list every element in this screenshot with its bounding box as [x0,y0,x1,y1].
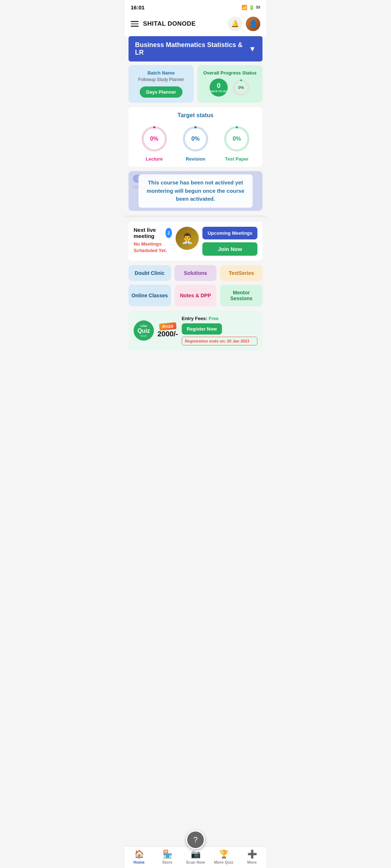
user-name: SHITAL DONODE [143,20,196,27]
quiz-banner: Live Quiz test3 Prize 2000/- Entry Fees:… [129,311,262,350]
days-go-number: 0 [217,82,220,90]
quiz-info: Entry Fees: Free Register Now Registrati… [182,316,257,345]
progress-donut: 0% [232,78,250,97]
batch-label: Batch Name [147,70,175,76]
meeting-title-row: Next live meeting Z [134,227,172,239]
avatar[interactable]: 👤 [246,17,260,31]
inactive-message: This course has been not actived yet mon… [139,174,253,208]
subject-banner[interactable]: Business Mathematics Statistics & LR ▼ [129,36,262,61]
batch-card: Batch Name Followup Study Planner Days P… [129,65,194,103]
prize-badge: Prize [159,322,177,331]
progress-card: Overall Progress Status 0 DAYS TO GO 0% [197,65,262,103]
meeting-top: Next live meeting Z No Meetings Schedule… [134,227,257,256]
progress-inner: 0 DAYS TO GO 0% [210,78,250,97]
solutions-button[interactable]: Solutions [175,265,217,281]
target-title: Target status [134,112,257,119]
days-planner-button[interactable]: Days Planner [140,86,182,98]
status-bar: 16:01 📶 🔋 99 [125,0,266,13]
chevron-down-icon: ▼ [249,45,256,53]
feature-grid: Doubt Clinic Solutions TestSeries Online… [129,265,262,306]
meeting-buttons: Upcoming Meetings Join Now [202,227,257,256]
status-time: 16:01 [131,4,144,10]
days-go-text: DAYS TO GO [210,90,227,93]
registration-ends: Registration ends on: 20 Jan 2023 [182,337,257,345]
mentor-avatar: 👨‍💼 [176,227,199,250]
quiz-label: Quiz [138,328,150,334]
testseries-button[interactable]: TestSeries [220,265,262,281]
quiz-circle: Live Quiz test3 [134,320,154,341]
battery-icon: 🔋 [249,5,255,10]
target-section: Target status 0% Lecture 0% Revision [129,107,262,167]
join-now-button[interactable]: Join Now [202,242,257,256]
lecture-ring: 0% [140,124,169,153]
subject-name: Business Mathematics Statistics & LR [135,41,249,56]
mentor-sessions-button[interactable]: Mentor Sessions [220,285,262,306]
entry-fees: Entry Fees: Free [182,316,257,321]
svg-point-2 [143,127,166,150]
hamburger-menu[interactable] [131,21,139,27]
quiz-live-label: Live [140,324,147,328]
notes-dpp-button[interactable]: Notes & DPP [175,285,217,306]
target-testpaper: 0% Test Paper [222,124,251,162]
entry-free: Free [209,316,218,321]
inactive-section: Upcoming Lecture Schedule Lecture Name L… [129,171,262,211]
online-classes-button[interactable]: Online Classes [129,285,171,306]
testpaper-label: Test Paper [225,156,249,162]
no-meeting-text: No Meetings Scheduled Yet. [134,241,167,253]
register-now-button[interactable]: Register Now [182,323,222,335]
progress-label: Overall Progress Status [203,70,256,76]
info-row: Batch Name Followup Study Planner Days P… [129,65,262,103]
doubt-clinic-button[interactable]: Doubt Clinic [129,265,171,281]
revision-label: Revision [186,156,205,162]
target-circles: 0% Lecture 0% Revision 0% [134,124,257,162]
upcoming-meetings-button[interactable]: Upcoming Meetings [202,227,257,239]
meeting-title: Next live meeting [134,227,163,239]
quiz-sub: test3 [140,334,147,337]
prize-amount: 2000/- [157,330,178,338]
lecture-label: Lecture [146,156,163,162]
svg-point-6 [225,127,248,150]
wifi-icon: 📶 [241,5,247,10]
prize-block: Prize 2000/- [157,323,178,338]
header-right: 🔔 👤 [228,17,260,31]
days-go-circle: 0 DAYS TO GO [210,78,228,97]
separator-1 [125,215,266,217]
meeting-section: Next live meeting Z No Meetings Schedule… [129,222,262,261]
revision-ring: 0% [181,124,210,153]
testpaper-ring: 0% [222,124,251,153]
header: SHITAL DONODE 🔔 👤 [125,13,266,36]
batch-sublabel: Followup Study Planner [138,77,184,82]
target-lecture: 0% Lecture [140,124,169,162]
zoom-icon: Z [165,228,172,238]
status-icons: 📶 🔋 99 [241,5,260,10]
svg-point-4 [184,127,207,150]
battery-level: 99 [256,5,260,9]
target-revision: 0% Revision [181,124,210,162]
header-left: SHITAL DONODE [131,20,196,27]
meeting-left: Next live meeting Z No Meetings Schedule… [134,227,172,254]
svg-point-0 [234,80,248,95]
notification-bell[interactable]: 🔔 [228,17,242,31]
